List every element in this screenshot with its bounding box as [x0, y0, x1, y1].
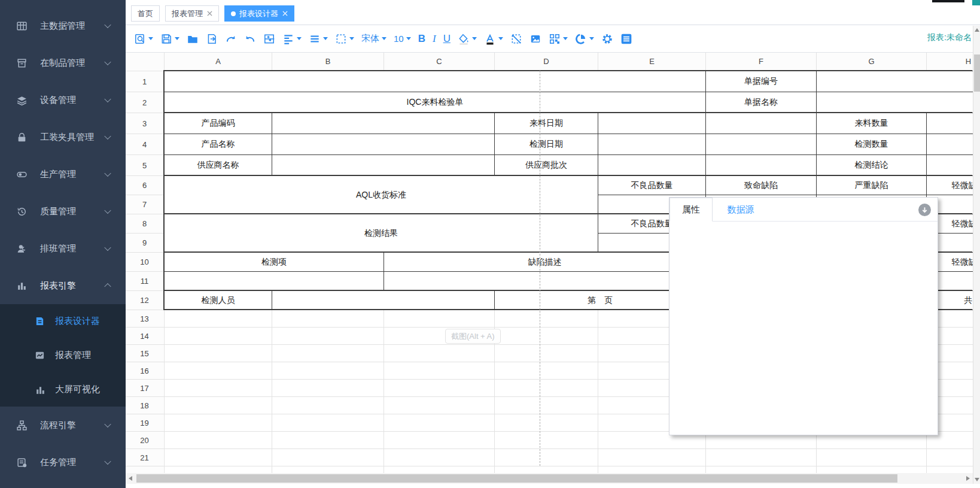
cell-D4[interactable]: 检测日期: [494, 134, 598, 155]
cell-F4[interactable]: [705, 134, 817, 155]
italic-button[interactable]: I: [430, 29, 439, 49]
panel-tab-attributes[interactable]: 属性: [669, 198, 713, 222]
row-header-10[interactable]: 10: [126, 253, 163, 271]
cell-A4[interactable]: 产品名称: [164, 134, 272, 155]
scroll-down-arrow-icon[interactable]: [975, 478, 979, 481]
cell-B4:C4[interactable]: [272, 134, 495, 155]
page-tab-首页[interactable]: 首页: [131, 5, 160, 22]
cell-E3[interactable]: [598, 113, 706, 134]
sidebar-item-主数据管理[interactable]: 主数据管理: [0, 7, 126, 44]
select-all-corner[interactable]: [126, 53, 164, 70]
sidebar-item-任务管理[interactable]: 任务管理: [0, 444, 126, 481]
cell-G1:H1[interactable]: [816, 71, 973, 92]
cell-H6[interactable]: 轻微缺陷: [926, 175, 973, 195]
page-tab-报表设计器[interactable]: 报表设计器: [224, 5, 294, 22]
row-header-9[interactable]: 9: [126, 234, 163, 252]
cell-F3[interactable]: [705, 113, 817, 134]
cell-A3[interactable]: 产品编码: [164, 113, 272, 134]
sidebar-item-流程引擎[interactable]: 流程引擎: [0, 407, 126, 444]
column-header-F[interactable]: F: [706, 53, 816, 70]
cell-C10:E10[interactable]: 缺陷描述: [384, 252, 706, 272]
cell-A10:B10[interactable]: 检测项: [164, 252, 384, 272]
arrow-down-circle-icon[interactable]: [918, 204, 931, 216]
row-header-19[interactable]: 19: [126, 414, 163, 431]
sidebar-subitem-报表管理[interactable]: 报表管理: [0, 338, 126, 372]
save-button[interactable]: [157, 29, 182, 49]
column-header-G[interactable]: G: [817, 53, 926, 70]
scroll-right-arrow-icon[interactable]: [966, 476, 970, 481]
open-button[interactable]: [184, 29, 202, 49]
horizontal-scrollbar[interactable]: [126, 473, 973, 484]
cell-A1:E1[interactable]: [164, 71, 706, 92]
chart-button[interactable]: [572, 29, 597, 49]
cell-H4[interactable]: [926, 134, 973, 155]
vertical-scrollbar[interactable]: [973, 26, 980, 484]
scroll-left-arrow-icon[interactable]: [129, 476, 132, 481]
sidebar-item-质量管理[interactable]: 质量管理: [0, 193, 126, 230]
cell-D3[interactable]: 来料日期: [494, 113, 598, 134]
font-color-button[interactable]: [481, 29, 506, 49]
row-header-3[interactable]: 3: [126, 113, 163, 134]
redo-button[interactable]: [222, 29, 240, 49]
sidebar-subitem-报表设计器[interactable]: 报表设计器: [0, 304, 126, 338]
bold-button[interactable]: B: [415, 29, 428, 49]
cell-E6[interactable]: 不良品数量: [598, 175, 706, 195]
cell-A6:D7[interactable]: AQL收货标准: [164, 175, 598, 214]
diagonal-button[interactable]: [507, 29, 525, 49]
sidebar-item-生产管理[interactable]: 生产管理: [0, 156, 126, 193]
row-header-4[interactable]: 4: [126, 134, 163, 154]
cell-F1[interactable]: 单据编号: [705, 71, 817, 92]
page-tab-报表管理[interactable]: 报表管理: [165, 5, 219, 22]
cell-A2:E2[interactable]: IQC来料检验单: [164, 92, 706, 113]
font-size-button[interactable]: 10: [391, 29, 414, 49]
row-header-13[interactable]: 13: [126, 310, 163, 327]
column-header-A[interactable]: A: [165, 53, 272, 70]
column-header-E[interactable]: E: [598, 53, 705, 70]
sidebar-item-工装夹具管理[interactable]: 工装夹具管理: [0, 119, 126, 156]
row-header-20[interactable]: 20: [126, 432, 163, 448]
undo-button[interactable]: [241, 29, 259, 49]
export-button[interactable]: [203, 29, 221, 49]
cell-C11:E11[interactable]: [384, 271, 706, 291]
row-header-8[interactable]: 8: [126, 214, 163, 233]
row-header-15[interactable]: 15: [126, 345, 163, 362]
sidebar-item-在制品管理[interactable]: 在制品管理: [0, 44, 126, 81]
underline-button[interactable]: U: [440, 29, 454, 49]
row-header-21[interactable]: 21: [126, 449, 163, 466]
cell-E4[interactable]: [598, 134, 706, 155]
row-height-button[interactable]: [306, 29, 331, 49]
qrcode-button[interactable]: [546, 29, 571, 49]
column-header-D[interactable]: D: [495, 53, 598, 70]
column-header-H[interactable]: H: [927, 53, 973, 70]
preview-button[interactable]: [131, 29, 156, 49]
sidebar-item-设备管理[interactable]: 设备管理: [0, 81, 126, 119]
cell-A8:D9[interactable]: 检测结果: [164, 214, 598, 253]
row-header-14[interactable]: 14: [126, 328, 163, 344]
list-button[interactable]: [617, 29, 635, 49]
cell-B5:C5[interactable]: [272, 154, 495, 176]
sidebar-item-报表引擎[interactable]: 报表引擎: [0, 267, 126, 304]
sidebar-subitem-大屏可视化[interactable]: 大屏可视化: [0, 372, 126, 407]
column-header-B[interactable]: B: [272, 53, 384, 70]
row-header-7[interactable]: 7: [126, 195, 163, 214]
cell-H5[interactable]: [926, 154, 973, 176]
scroll-up-arrow-icon[interactable]: [975, 28, 979, 32]
panel-tab-datasource[interactable]: 数据源: [715, 198, 766, 222]
cell-A5[interactable]: 供应商名称: [164, 154, 272, 176]
sidebar-item-排班管理[interactable]: 排班管理: [0, 230, 126, 267]
cell-G6[interactable]: 严重缺陷: [816, 175, 927, 195]
cell-G3[interactable]: 来料数量: [816, 113, 927, 134]
row-header-18[interactable]: 18: [126, 397, 163, 414]
merge-cells-button[interactable]: [260, 29, 278, 49]
cell-A12[interactable]: 检测人员: [164, 290, 272, 310]
close-icon[interactable]: [278, 9, 288, 18]
fill-color-button[interactable]: [455, 29, 480, 49]
cell-B12:C12[interactable]: [272, 290, 495, 310]
row-header-1[interactable]: 1: [126, 71, 163, 92]
cell-F2[interactable]: 单据名称: [705, 92, 817, 113]
image-button[interactable]: [526, 29, 544, 49]
column-header-C[interactable]: C: [384, 53, 494, 70]
row-header-2[interactable]: 2: [126, 92, 163, 113]
cell-E5[interactable]: [598, 154, 706, 176]
row-header-17[interactable]: 17: [126, 380, 163, 396]
